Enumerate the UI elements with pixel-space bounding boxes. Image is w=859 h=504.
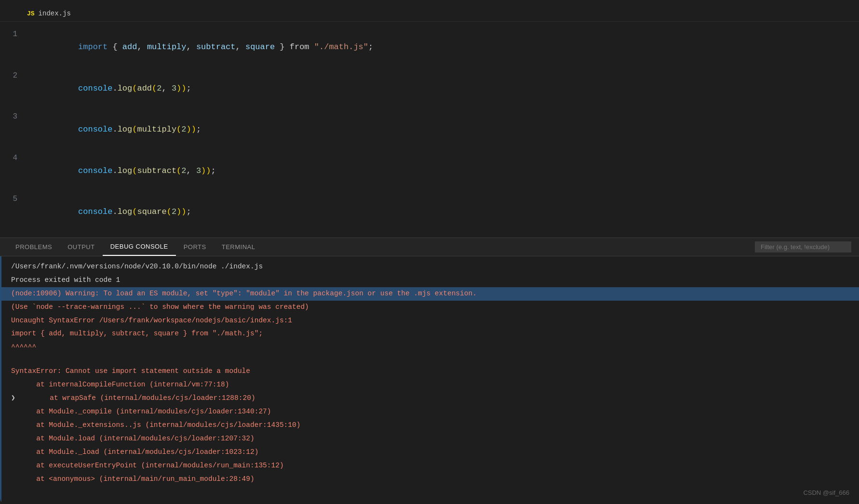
tab-terminal[interactable]: TERMINAL [214, 239, 263, 255]
console-line-stack-3: at Module._compile (internal/modules/cjs… [1, 405, 859, 419]
tab-debug-console[interactable]: DEBUG CONSOLE [103, 238, 176, 256]
watermark: CSDN @sif_666 [803, 489, 849, 496]
code-editor: 1 import { add, multiply, subtract, squa… [0, 22, 859, 238]
filter-input[interactable] [755, 241, 851, 252]
console-line-import: import { add, multiply, subtract, square… [1, 327, 859, 341]
line-number-3: 3 [0, 111, 29, 123]
console-line-stack-1: at internalCompileFunction (internal/vm:… [1, 378, 859, 392]
arrow-icon: ❯ [11, 393, 21, 404]
tab-problems[interactable]: PROBLEMS [8, 239, 60, 255]
code-line-2: 2 console.log(add(2, 3)); [0, 68, 859, 109]
line-code-4: console.log(subtract(2, 3)); [29, 151, 859, 191]
panel-area: PROBLEMS OUTPUT DEBUG CONSOLE PORTS TERM… [0, 238, 859, 504]
filename: index.js [39, 10, 71, 17]
console-line-stack-5: at Module.load (internal/modules/cjs/loa… [1, 432, 859, 446]
console-blank-line [1, 354, 859, 365]
file-tab-bar: JS index.js [0, 0, 859, 22]
console-line-node-path: /Users/frank/.nvm/versions/node/v20.10.0… [1, 260, 859, 274]
console-line-warning: (node:10906) Warning: To load an ES modu… [1, 287, 859, 301]
code-line-3: 3 console.log(multiply(2)); [0, 109, 859, 150]
console-line-stack-4: at Module._extensions..js (internal/modu… [1, 419, 859, 432]
console-line-process-exit: Process exited with code 1 [1, 274, 859, 287]
file-tab-item[interactable]: JS index.js [19, 6, 79, 21]
console-line-stack-7: at executeUserEntryPoint (internal/modul… [1, 459, 859, 473]
line-code-3: console.log(multiply(2)); [29, 110, 859, 149]
line-code-1: import { add, multiply, subtract, square… [29, 27, 859, 67]
code-line-5: 5 console.log(square(2)); [0, 191, 859, 233]
console-line-stack-8: at <anonymous> (internal/main/run_main_m… [1, 473, 859, 486]
console-line-trace: (Use `node --trace-warnings ...` to show… [1, 301, 859, 314]
line-number-5: 5 [0, 193, 29, 206]
tab-output[interactable]: OUTPUT [60, 239, 102, 255]
main-container: JS index.js 1 import { add, multiply, su… [0, 0, 859, 504]
tab-ports[interactable]: PORTS [176, 239, 214, 255]
code-line-1: 1 import { add, multiply, subtract, squa… [0, 27, 859, 68]
console-line-syntax-message: SyntaxError: Cannot use import statement… [1, 365, 859, 378]
console-output: /Users/frank/.nvm/versions/node/v20.10.0… [0, 256, 859, 504]
token-import: import [78, 42, 107, 52]
console-line-syntax-error: Uncaught SyntaxError /Users/frank/worksp… [1, 314, 859, 328]
line-code-2: console.log(add(2, 3)); [29, 69, 859, 108]
js-file-icon: JS [27, 10, 35, 17]
line-number-4: 4 [0, 152, 29, 165]
console-line-stack-6: at Module._load (internal/modules/cjs/lo… [1, 446, 859, 459]
editor-area: JS index.js 1 import { add, multiply, su… [0, 0, 859, 238]
token-from: from [290, 42, 309, 52]
line-number-1: 1 [0, 28, 29, 41]
code-line-4: 4 console.log(subtract(2, 3)); [0, 150, 859, 192]
console-line-stack-2-arrow: ❯ at wrapSafe (internal/modules/cjs/load… [1, 392, 859, 405]
panel-tabs: PROBLEMS OUTPUT DEBUG CONSOLE PORTS TERM… [0, 238, 859, 256]
console-line-carets: ^^^^^^ [1, 341, 859, 354]
line-code-5: console.log(square(2)); [29, 192, 859, 232]
line-number-2: 2 [0, 70, 29, 82]
